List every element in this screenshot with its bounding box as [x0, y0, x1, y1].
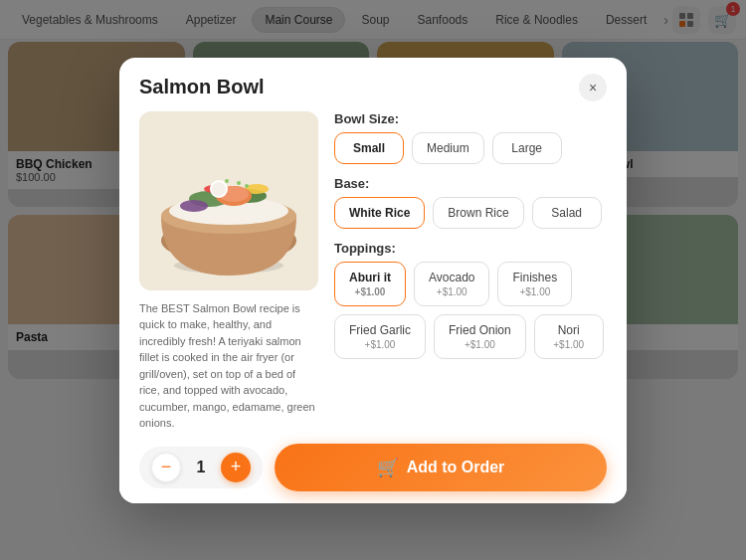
- quantity-control: − 1 +: [139, 447, 263, 488]
- base-options: White Rice Brown Rice Salad: [334, 197, 607, 229]
- add-to-order-button[interactable]: 🛒 Add to Order: [275, 444, 607, 491]
- size-medium[interactable]: Medium: [412, 132, 484, 164]
- salmon-bowl-modal: Salmon Bowl ×: [119, 58, 627, 503]
- topping-nori[interactable]: Nori +$1.00: [534, 314, 604, 359]
- svg-point-20: [245, 184, 249, 188]
- modal-title: Salmon Bowl: [139, 76, 265, 98]
- bowl-size-section: Bowl Size: Small Medium Large: [334, 111, 607, 164]
- bowl-size-label: Bowl Size:: [334, 111, 607, 126]
- quantity-increase-button[interactable]: +: [221, 453, 251, 482]
- topping-fried-onion[interactable]: Fried Onion +$1.00: [434, 314, 526, 359]
- close-modal-button[interactable]: ×: [579, 74, 607, 101]
- modal-body: The BEST Salmon Bowl recipe is quick to …: [119, 111, 627, 432]
- food-image: [139, 111, 318, 290]
- svg-point-19: [237, 181, 241, 185]
- base-white-rice[interactable]: White Rice: [334, 197, 425, 229]
- base-brown-rice[interactable]: Brown Rice: [433, 197, 523, 229]
- quantity-value: 1: [191, 459, 211, 476]
- base-salad[interactable]: Salad: [532, 197, 602, 229]
- quantity-decrease-button[interactable]: −: [151, 453, 181, 482]
- toppings-section: Toppings: Aburi it +$1.00 Avocado +$1.00…: [334, 241, 607, 359]
- cart-icon: 🛒: [377, 457, 399, 478]
- topping-avocado[interactable]: Avocado +$1.00: [414, 262, 489, 306]
- topping-finishes[interactable]: Finishes +$1.00: [497, 262, 572, 306]
- food-description: The BEST Salmon Bowl recipe is quick to …: [139, 300, 318, 432]
- modal-left-column: The BEST Salmon Bowl recipe is quick to …: [139, 111, 318, 432]
- size-small[interactable]: Small: [334, 132, 404, 164]
- salmon-bowl-illustration: [139, 111, 318, 290]
- add-to-order-label: Add to Order: [407, 459, 505, 476]
- topping-aburi[interactable]: Aburi it +$1.00: [334, 262, 406, 306]
- modal-right-column: Bowl Size: Small Medium Large Base: Whit…: [334, 111, 607, 432]
- toppings-label: Toppings:: [334, 241, 607, 256]
- modal-footer: − 1 + 🛒 Add to Order: [119, 432, 627, 503]
- base-label: Base:: [334, 176, 607, 191]
- svg-point-12: [180, 200, 208, 212]
- size-large[interactable]: Large: [492, 132, 562, 164]
- modal-header: Salmon Bowl ×: [119, 58, 627, 111]
- base-section: Base: White Rice Brown Rice Salad: [334, 176, 607, 229]
- bowl-size-options: Small Medium Large: [334, 132, 607, 164]
- svg-point-18: [212, 182, 226, 196]
- toppings-options: Aburi it +$1.00 Avocado +$1.00 Finishes …: [334, 262, 607, 359]
- svg-point-21: [225, 179, 229, 183]
- topping-fried-garlic[interactable]: Fried Garlic +$1.00: [334, 314, 426, 359]
